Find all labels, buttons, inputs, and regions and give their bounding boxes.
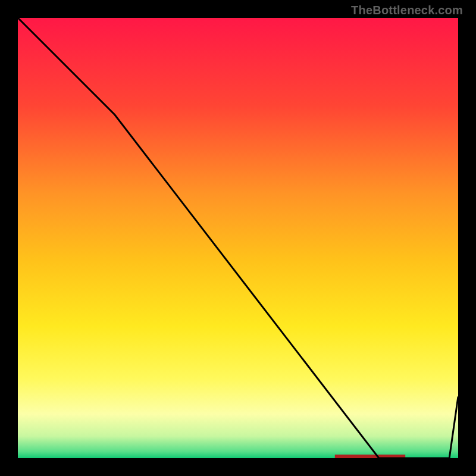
watermark-text: TheBottleneck.com [351,4,463,17]
plot-area [18,18,458,458]
chart-frame: TheBottleneck.com [0,0,476,476]
chart-svg [18,18,458,458]
